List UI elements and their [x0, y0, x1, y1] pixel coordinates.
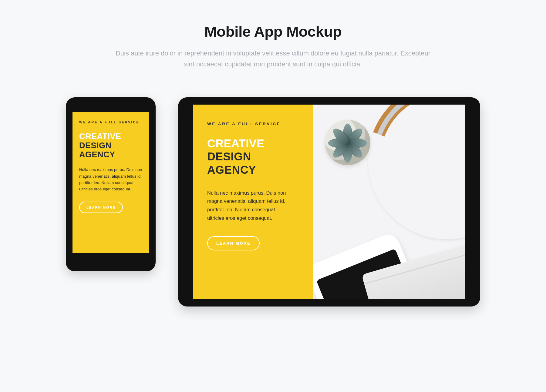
tablet-learn-more-button[interactable]: LEARN MORE	[207, 236, 260, 250]
page-subtitle: Duis aute irure dolor in reprehenderit i…	[114, 48, 432, 70]
tablet-body-text: Nulla nec maximus purus. Duis non magna …	[207, 189, 292, 223]
phone-device-frame: WE ARE A FULL SERVICE CREATIVE DESIGN AG…	[66, 97, 156, 271]
page: Mobile App Mockup Duis aute irure dolor …	[0, 0, 546, 392]
tablet-title-line-2: DESIGN	[207, 150, 301, 163]
headphones-icon	[368, 105, 465, 239]
phone-body-text: Nulla nec maximus purus. Duis non magna …	[79, 166, 142, 193]
phone-learn-more-button[interactable]: LEARN MORE	[79, 202, 123, 213]
page-header: Mobile App Mockup Duis aute irure dolor …	[0, 23, 546, 70]
phone-eyebrow: WE ARE A FULL SERVICE	[79, 120, 142, 124]
devices-row: WE ARE A FULL SERVICE CREATIVE DESIGN AG…	[0, 97, 546, 307]
desk-scene	[313, 105, 465, 299]
tablet-content-panel: WE ARE A FULL SERVICE CREATIVE DESIGN AG…	[193, 105, 313, 299]
succulent-plant-icon	[325, 120, 370, 165]
phone-screen: WE ARE A FULL SERVICE CREATIVE DESIGN AG…	[72, 112, 149, 253]
phone-hero-title: CREATIVE DESIGN AGENCY	[79, 132, 142, 159]
page-title: Mobile App Mockup	[0, 23, 546, 40]
tablet-title-line-1: CREATIVE	[207, 137, 301, 150]
tablet-eyebrow: WE ARE A FULL SERVICE	[207, 122, 301, 126]
tablet-hero-title: CREATIVE DESIGN AGENCY	[207, 137, 301, 177]
tablet-title-line-3: AGENCY	[207, 163, 301, 177]
tablet-hero-image	[313, 105, 465, 299]
tablet-screen: WE ARE A FULL SERVICE CREATIVE DESIGN AG…	[193, 105, 465, 299]
phone-title-line-1: CREATIVE	[79, 132, 142, 141]
phone-title-line-2: DESIGN	[79, 141, 142, 150]
tablet-device-frame: WE ARE A FULL SERVICE CREATIVE DESIGN AG…	[178, 97, 480, 307]
phone-title-line-3: AGENCY	[79, 150, 142, 159]
